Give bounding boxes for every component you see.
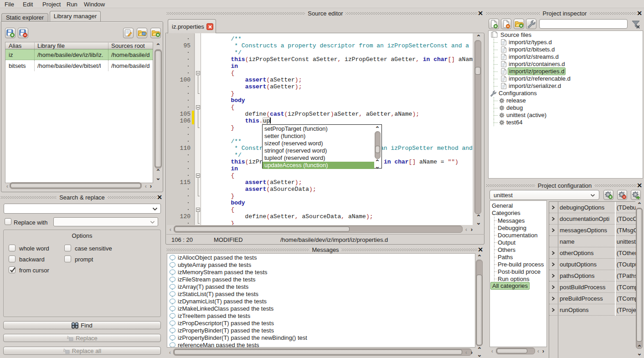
svg-text:b: b — [67, 335, 69, 340]
svg-text:b: b — [63, 348, 66, 353]
